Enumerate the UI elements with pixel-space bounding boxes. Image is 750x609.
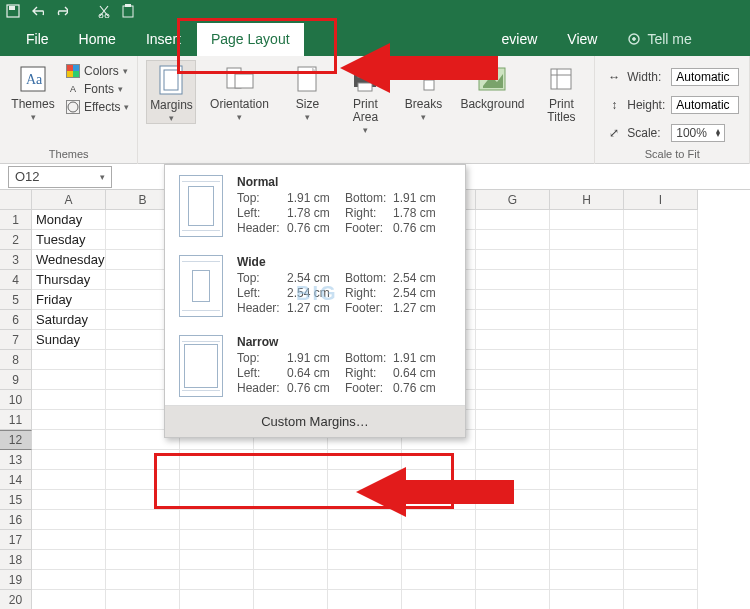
- cell[interactable]: [32, 370, 106, 390]
- cell[interactable]: [476, 590, 550, 609]
- cell[interactable]: [476, 370, 550, 390]
- cell[interactable]: [32, 450, 106, 470]
- row-header[interactable]: 12: [0, 430, 32, 450]
- row-header[interactable]: 6: [0, 310, 32, 330]
- cell[interactable]: [624, 550, 698, 570]
- row-header[interactable]: 17: [0, 530, 32, 550]
- cell[interactable]: [476, 390, 550, 410]
- cell[interactable]: Friday: [32, 290, 106, 310]
- cell[interactable]: [624, 330, 698, 350]
- cell[interactable]: [476, 410, 550, 430]
- cell[interactable]: [624, 490, 698, 510]
- cell[interactable]: [254, 550, 328, 570]
- print-area-button[interactable]: Print Area ▾: [340, 60, 390, 135]
- row-header[interactable]: 4: [0, 270, 32, 290]
- cell[interactable]: [550, 270, 624, 290]
- cell[interactable]: [32, 530, 106, 550]
- cell[interactable]: [624, 370, 698, 390]
- cell[interactable]: [32, 570, 106, 590]
- cell[interactable]: [32, 350, 106, 370]
- cell[interactable]: [624, 450, 698, 470]
- cell[interactable]: [476, 230, 550, 250]
- cell[interactable]: [402, 470, 476, 490]
- row-header[interactable]: 5: [0, 290, 32, 310]
- cell[interactable]: [106, 570, 180, 590]
- cell[interactable]: [180, 450, 254, 470]
- cell[interactable]: [624, 470, 698, 490]
- cell[interactable]: [624, 430, 698, 450]
- column-header[interactable]: A: [32, 190, 106, 210]
- cell[interactable]: Tuesday: [32, 230, 106, 250]
- undo-icon[interactable]: [30, 4, 44, 18]
- column-header[interactable]: G: [476, 190, 550, 210]
- cell[interactable]: [550, 390, 624, 410]
- tab-view[interactable]: View: [553, 23, 611, 56]
- row-header[interactable]: 18: [0, 550, 32, 570]
- cell[interactable]: [550, 310, 624, 330]
- row-header[interactable]: 19: [0, 570, 32, 590]
- scale-input[interactable]: 100%▴▾: [671, 124, 725, 142]
- print-titles-button[interactable]: Print Titles: [536, 60, 586, 124]
- width-input[interactable]: [671, 68, 739, 86]
- column-header[interactable]: H: [550, 190, 624, 210]
- save-icon[interactable]: [6, 4, 20, 18]
- cell[interactable]: [476, 530, 550, 550]
- height-input[interactable]: [671, 96, 739, 114]
- cell[interactable]: [624, 570, 698, 590]
- tab-file[interactable]: File: [12, 23, 63, 56]
- row-header[interactable]: 13: [0, 450, 32, 470]
- cell[interactable]: [550, 510, 624, 530]
- cell[interactable]: [476, 490, 550, 510]
- cell[interactable]: [402, 510, 476, 530]
- size-button[interactable]: Size ▾: [282, 60, 332, 122]
- cell[interactable]: [254, 570, 328, 590]
- cell[interactable]: [624, 590, 698, 609]
- cell[interactable]: [624, 530, 698, 550]
- row-header[interactable]: 20: [0, 590, 32, 609]
- margins-option-narrow[interactable]: Narrow Top:1.91 cmBottom:1.91 cm Left:0.…: [165, 325, 465, 405]
- cell[interactable]: [402, 450, 476, 470]
- cell[interactable]: [32, 510, 106, 530]
- cell[interactable]: [550, 370, 624, 390]
- cell[interactable]: [254, 510, 328, 530]
- cell[interactable]: [180, 570, 254, 590]
- cell[interactable]: [106, 510, 180, 530]
- cell[interactable]: [180, 490, 254, 510]
- row-header[interactable]: 8: [0, 350, 32, 370]
- cell[interactable]: Thursday: [32, 270, 106, 290]
- cell[interactable]: [180, 510, 254, 530]
- cell[interactable]: [254, 530, 328, 550]
- fonts-button[interactable]: AFonts▾: [66, 82, 129, 96]
- name-box[interactable]: O12▾: [8, 166, 112, 188]
- cell[interactable]: [476, 290, 550, 310]
- colors-button[interactable]: Colors▾: [66, 64, 129, 78]
- cell[interactable]: [328, 590, 402, 609]
- cell[interactable]: [254, 470, 328, 490]
- cell[interactable]: [550, 490, 624, 510]
- cell[interactable]: [550, 350, 624, 370]
- row-header[interactable]: 9: [0, 370, 32, 390]
- cell[interactable]: [32, 470, 106, 490]
- cell[interactable]: [254, 590, 328, 609]
- cell[interactable]: [476, 430, 550, 450]
- cell[interactable]: [328, 530, 402, 550]
- cell[interactable]: Saturday: [32, 310, 106, 330]
- cell[interactable]: [476, 570, 550, 590]
- cell[interactable]: [624, 290, 698, 310]
- cell[interactable]: [550, 210, 624, 230]
- cell[interactable]: [476, 270, 550, 290]
- cell[interactable]: Monday: [32, 210, 106, 230]
- cell[interactable]: [180, 530, 254, 550]
- cell[interactable]: [550, 250, 624, 270]
- row-header[interactable]: 1: [0, 210, 32, 230]
- margins-option-normal[interactable]: Normal Top:1.91 cmBottom:1.91 cm Left:1.…: [165, 165, 465, 245]
- cell[interactable]: [550, 230, 624, 250]
- cell[interactable]: [476, 250, 550, 270]
- tab-home[interactable]: Home: [65, 23, 130, 56]
- cell[interactable]: [550, 450, 624, 470]
- row-header[interactable]: 10: [0, 390, 32, 410]
- cell[interactable]: [550, 290, 624, 310]
- cell[interactable]: [106, 450, 180, 470]
- cell[interactable]: [624, 510, 698, 530]
- cell[interactable]: Sunday: [32, 330, 106, 350]
